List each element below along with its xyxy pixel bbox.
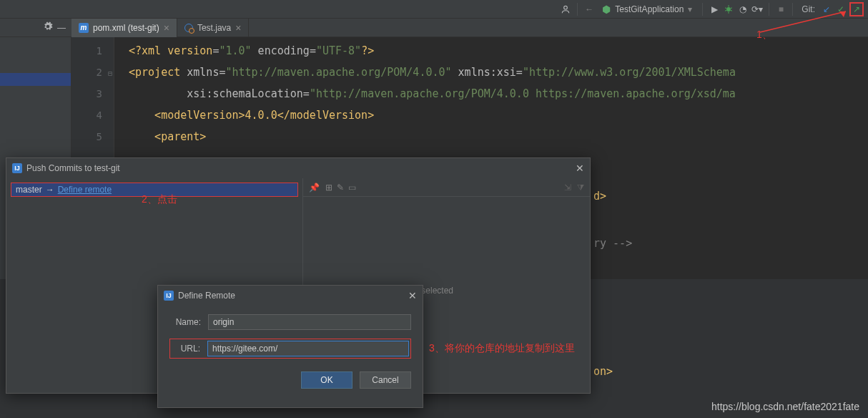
dialog-buttons: OK Cancel (158, 367, 423, 397)
partial-code: on> (593, 365, 613, 378)
dialog-titlebar[interactable]: IJ Push Commits to test-git ✕ (6, 158, 590, 178)
git-label: Git: (802, 4, 815, 14)
line-number: 3 (71, 83, 102, 104)
close-icon[interactable]: × (164, 23, 169, 33)
project-tool-icons: — (0, 21, 71, 34)
line-number: 4 (71, 104, 102, 126)
ok-button[interactable]: OK (301, 371, 352, 389)
url-field-row: URL: (169, 339, 411, 359)
run-icon[interactable]: ▶ (709, 4, 720, 15)
run-config-label: TestGitApplication (615, 4, 684, 14)
tab-test[interactable]: Test.java × (177, 19, 250, 37)
java-class-icon (184, 24, 193, 32)
filter-icon[interactable]: ⧩ (577, 183, 584, 193)
git-update-icon[interactable]: ↙ (821, 4, 832, 15)
define-remote-dialog: IJ Define Remote ✕ Name: URL: OK Cancel (157, 285, 423, 408)
arrow-icon: → (46, 185, 54, 195)
svg-point-1 (726, 7, 731, 11)
group-by-icon[interactable]: ⊞ (325, 183, 332, 193)
separator (769, 3, 769, 16)
line-number: 1 (71, 40, 102, 62)
intellij-icon: IJ (12, 163, 22, 173)
user-icon[interactable] (560, 4, 571, 15)
name-label: Name: (169, 317, 201, 327)
spring-boot-icon: ⬢ (602, 4, 611, 15)
dialog-title: Define Remote (178, 291, 235, 301)
fold-icon[interactable]: ⊟ (108, 63, 112, 84)
pin-icon[interactable]: 📌 (309, 183, 320, 193)
cancel-button[interactable]: Cancel (360, 371, 411, 389)
line-number: 2 (71, 62, 102, 83)
branch-target-row[interactable]: master → Define remote (11, 183, 298, 197)
tab-label: pom.xml (test-git) (93, 23, 159, 33)
name-field-row: Name: (169, 314, 411, 330)
back-icon[interactable]: ← (583, 4, 595, 15)
selected-file-highlight (0, 73, 71, 86)
tab-label: Test.java (197, 23, 231, 33)
tab-pom[interactable]: m pom.xml (test-git) × (71, 19, 177, 37)
close-icon[interactable]: ✕ (576, 162, 584, 174)
branch-name: master (16, 185, 42, 195)
maven-icon: m (79, 23, 89, 33)
remote-name-input[interactable] (208, 314, 411, 330)
close-icon[interactable]: × (235, 23, 241, 33)
profiler-icon[interactable]: ⟳▾ (751, 4, 763, 15)
edit-icon[interactable]: ✎ (337, 183, 344, 193)
separator (792, 3, 793, 16)
separator (577, 3, 578, 16)
svg-point-0 (564, 6, 568, 9)
expand-icon[interactable]: ▭ (348, 183, 356, 193)
dialog-titlebar[interactable]: IJ Define Remote ✕ (158, 286, 423, 306)
diff-toolbar: 📌 ⊞ ✎ ▭ ⇲ ⧩ (303, 178, 590, 197)
define-remote-link[interactable]: Define remote (58, 185, 112, 195)
run-configuration[interactable]: ⬢ TestGitApplication ▾ (598, 2, 696, 16)
close-icon[interactable]: ✕ (408, 290, 417, 301)
remote-url-input[interactable] (207, 341, 409, 356)
separator (702, 3, 703, 16)
stop-icon[interactable]: ■ (775, 4, 786, 15)
editor-tabs: — m pom.xml (test-git) × Test.java × (0, 19, 868, 37)
url-label: URL: (172, 344, 200, 354)
dropdown-icon: ▾ (688, 4, 692, 14)
debug-icon[interactable] (723, 4, 734, 15)
git-push-icon[interactable]: ↗ (849, 2, 864, 16)
collapse-icon[interactable]: ⇲ (564, 183, 571, 193)
git-commit-icon[interactable]: ✓ (835, 4, 847, 15)
gear-icon[interactable] (43, 21, 53, 34)
partial-code: d> ry --> (593, 185, 632, 256)
watermark: https://blog.csdn.net/fate2021fate (711, 401, 859, 412)
coverage-icon[interactable]: ◔ (737, 4, 749, 15)
top-toolbar: ← ⬢ TestGitApplication ▾ ▶ ◔ ⟳▾ ■ Git: ↙… (0, 0, 868, 19)
dialog-title: Push Commits to test-git (26, 163, 120, 173)
line-number: 5 (71, 126, 102, 147)
minimize-icon[interactable]: — (57, 23, 66, 33)
intellij-icon: IJ (164, 291, 174, 301)
